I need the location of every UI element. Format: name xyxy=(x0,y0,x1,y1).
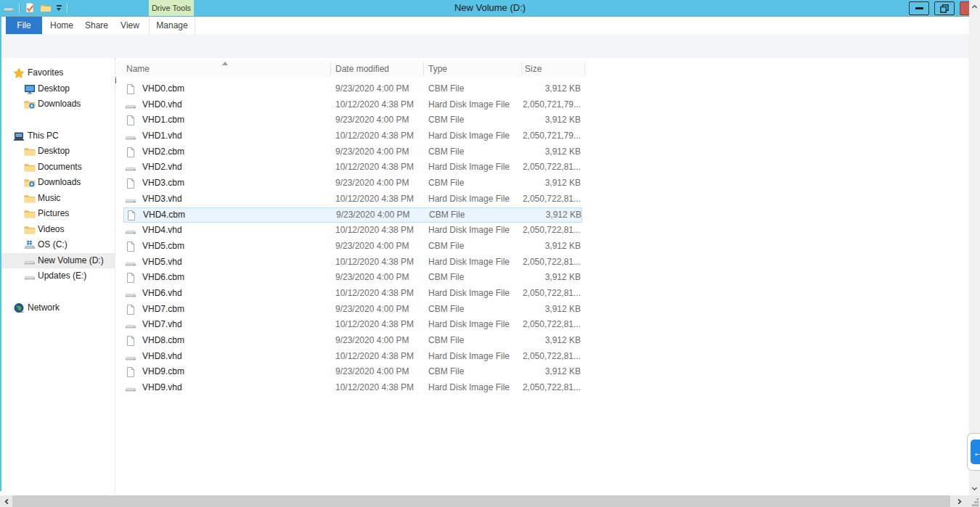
minimize-button[interactable] xyxy=(909,1,929,15)
file-row[interactable]: VHD2.cbm 9/23/2020 4:00 PM CBM File 3,91… xyxy=(123,144,582,160)
file-row[interactable]: VHD4.cbm 9/23/2020 4:00 PM CBM File 3,91… xyxy=(123,207,582,223)
restore-icon xyxy=(940,4,949,13)
hard-disk-image-icon xyxy=(125,382,136,394)
restore-button[interactable] xyxy=(934,1,955,15)
column-separator[interactable] xyxy=(330,62,331,76)
caption-buttons xyxy=(909,1,970,15)
sidebar-item-music[interactable]: Music xyxy=(0,191,115,207)
vertical-scrollbar[interactable] xyxy=(969,0,980,495)
file-name: VHD5.vhd xyxy=(142,255,182,271)
hard-disk-image-icon xyxy=(125,288,136,300)
file-icon xyxy=(125,147,136,158)
sidebar-item-label: Desktop xyxy=(38,144,70,160)
customize-quick-access-dropdown-icon[interactable] xyxy=(56,5,62,11)
scroll-up-icon[interactable] xyxy=(971,3,979,11)
file-type: CBM File xyxy=(428,270,464,286)
sidebar-item-documents[interactable]: Documents xyxy=(0,160,115,176)
file-row[interactable]: VHD0.vhd 10/12/2020 4:38 PM Hard Disk Im… xyxy=(123,97,582,113)
column-separator[interactable] xyxy=(521,62,522,76)
sidebar-item-label: Music xyxy=(38,191,60,207)
file-row[interactable]: VHD1.cbm 9/23/2020 4:00 PM CBM File 3,91… xyxy=(123,112,582,128)
file-row[interactable]: VHD0.cbm 9/23/2020 4:00 PM CBM File 3,91… xyxy=(123,81,582,97)
file-row[interactable]: VHD5.vhd 10/12/2020 4:38 PM Hard Disk Im… xyxy=(123,255,582,271)
file-icon xyxy=(125,272,136,284)
column-header-type[interactable]: Type xyxy=(428,61,447,78)
qat-separator xyxy=(67,3,68,13)
file-row[interactable]: VHD9.vhd 10/12/2020 4:38 PM Hard Disk Im… xyxy=(123,380,582,396)
file-name: VHD9.vhd xyxy=(142,380,182,396)
sidebar-item-desktop[interactable]: Desktop xyxy=(0,144,115,160)
sidebar-item-favorites[interactable]: Favorites xyxy=(0,65,115,81)
file-name: VHD6.cbm xyxy=(142,270,184,286)
file-row[interactable]: VHD3.vhd 10/12/2020 4:38 PM Hard Disk Im… xyxy=(123,191,582,207)
file-row[interactable]: VHD7.vhd 10/12/2020 4:38 PM Hard Disk Im… xyxy=(123,317,582,333)
column-separator[interactable] xyxy=(423,62,424,76)
file-type: CBM File xyxy=(428,176,464,191)
file-date-modified: 9/23/2020 4:00 PM xyxy=(335,302,409,318)
file-icon xyxy=(126,210,137,221)
sidebar-item-downloads[interactable]: Downloads xyxy=(0,175,115,191)
file-icon xyxy=(125,304,136,316)
file-row[interactable]: VHD3.cbm 9/23/2020 4:00 PM CBM File 3,91… xyxy=(123,176,582,191)
column-header-name[interactable]: Name xyxy=(126,61,150,78)
sidebar-item-label: Pictures xyxy=(38,206,69,222)
side-panel-handle[interactable]: ← xyxy=(967,433,980,471)
file-name: VHD7.vhd xyxy=(142,317,182,333)
horizontal-scrollbar-thumb[interactable] xyxy=(12,495,950,507)
resize-grip-icon[interactable] xyxy=(971,498,979,506)
scrollbar-corner xyxy=(965,495,980,507)
file-type: CBM File xyxy=(428,302,464,318)
sidebar-item-network[interactable]: Network xyxy=(0,300,115,316)
sidebar-item-downloads[interactable]: Downloads xyxy=(0,96,115,112)
file-row[interactable]: VHD6.vhd 10/12/2020 4:38 PM Hard Disk Im… xyxy=(123,286,582,302)
scroll-left-icon[interactable] xyxy=(3,498,11,506)
file-name: VHD0.cbm xyxy=(142,81,184,97)
file-row[interactable]: VHD4.vhd 10/12/2020 4:38 PM Hard Disk Im… xyxy=(123,223,582,239)
file-date-modified: 9/23/2020 4:00 PM xyxy=(335,112,409,128)
sidebar-item-updates-e[interactable]: Updates (E:) xyxy=(0,268,115,284)
tab-file[interactable]: File xyxy=(6,17,42,34)
file-size: 3,912 KB xyxy=(486,364,581,380)
file-row[interactable]: VHD6.cbm 9/23/2020 4:00 PM CBM File 3,91… xyxy=(123,270,582,286)
tab-home[interactable]: Home xyxy=(45,17,78,34)
file-row[interactable]: VHD2.vhd 10/12/2020 4:38 PM Hard Disk Im… xyxy=(123,160,582,176)
sidebar-section-network: Network xyxy=(0,300,115,316)
file-list-pane: Name Date modified Type Size VHD0.cbm 9/… xyxy=(116,58,969,495)
file-name: VHD8.cbm xyxy=(142,333,184,349)
file-row[interactable]: VHD7.cbm 9/23/2020 4:00 PM CBM File 3,91… xyxy=(123,302,582,318)
tab-share[interactable]: Share xyxy=(80,17,113,34)
file-date-modified: 10/12/2020 4:38 PM xyxy=(335,160,414,176)
column-header-date-modified[interactable]: Date modified xyxy=(335,61,389,78)
window-drive-icon[interactable] xyxy=(3,2,15,14)
horizontal-scrollbar[interactable] xyxy=(0,495,980,507)
sidebar-item-new-volume-d[interactable]: New Volume (D:) xyxy=(0,253,115,269)
file-row[interactable]: VHD8.cbm 9/23/2020 4:00 PM CBM File 3,91… xyxy=(123,333,582,349)
sidebar-item-videos[interactable]: Videos xyxy=(0,222,115,238)
file-row[interactable]: VHD1.vhd 10/12/2020 4:38 PM Hard Disk Im… xyxy=(123,128,582,144)
file-size: 2,050,722,81... xyxy=(486,255,581,271)
scroll-right-icon[interactable] xyxy=(955,498,963,506)
file-date-modified: 10/12/2020 4:38 PM xyxy=(335,97,414,113)
sidebar-item-pictures[interactable]: Pictures xyxy=(0,206,115,222)
file-icon xyxy=(125,178,136,189)
tab-manage[interactable]: Manage xyxy=(149,17,195,34)
properties-icon[interactable] xyxy=(24,2,36,14)
tab-view[interactable]: View xyxy=(115,17,145,34)
file-type: CBM File xyxy=(429,208,465,223)
column-header-size[interactable]: Size xyxy=(525,61,542,78)
sidebar-item-desktop[interactable]: Desktop xyxy=(0,81,115,97)
sidebar-item-label: Downloads xyxy=(38,96,81,112)
file-size: 3,912 KB xyxy=(486,333,581,349)
sidebar-item-os-c[interactable]: OS (C:) xyxy=(0,237,115,253)
file-icon xyxy=(125,241,136,252)
file-row[interactable]: VHD5.cbm 9/23/2020 4:00 PM CBM File 3,91… xyxy=(123,239,582,255)
sidebar-item-this-pc[interactable]: This PC xyxy=(0,128,115,144)
file-row[interactable]: VHD8.vhd 10/12/2020 4:38 PM Hard Disk Im… xyxy=(123,349,582,365)
column-separator[interactable] xyxy=(584,62,585,76)
quick-access-toolbar xyxy=(3,0,68,16)
scroll-down-icon[interactable] xyxy=(971,485,979,492)
new-folder-icon[interactable] xyxy=(40,2,52,14)
sidebar-item-label: New Volume (D:) xyxy=(38,253,104,269)
file-row[interactable]: VHD9.cbm 9/23/2020 4:00 PM CBM File 3,91… xyxy=(123,364,582,380)
hard-disk-image-icon xyxy=(125,131,136,142)
